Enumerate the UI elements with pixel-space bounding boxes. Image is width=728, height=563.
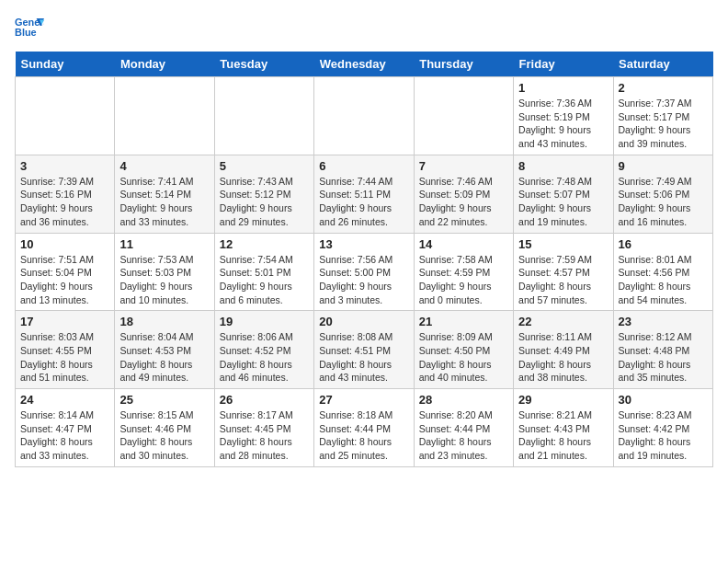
day-info: Sunrise: 7:56 AMSunset: 5:00 PMDaylight:… — [319, 253, 408, 307]
day-number: 11 — [119, 237, 209, 251]
day-cell-4: 4Sunrise: 7:41 AMSunset: 5:14 PMDaylight… — [115, 155, 214, 233]
day-info: Sunrise: 8:21 AMSunset: 4:43 PMDaylight:… — [518, 408, 608, 463]
day-cell-14: 14Sunrise: 7:58 AMSunset: 4:59 PMDayligh… — [414, 233, 513, 311]
day-info: Sunrise: 8:23 AMSunset: 4:42 PMDaylight:… — [619, 408, 708, 463]
day-cell-6: 6Sunrise: 7:44 AMSunset: 5:11 PMDaylight… — [314, 155, 414, 233]
day-number: 25 — [119, 393, 209, 407]
day-number: 23 — [619, 315, 708, 328]
day-number: 20 — [319, 315, 408, 328]
day-number: 17 — [20, 315, 109, 328]
page-header: General Blue — [15, 15, 713, 40]
day-info: Sunrise: 8:03 AMSunset: 4:55 PMDaylight:… — [20, 330, 109, 385]
calendar-week-row: 17Sunrise: 8:03 AMSunset: 4:55 PMDayligh… — [16, 311, 713, 389]
day-number: 8 — [518, 159, 608, 173]
day-number: 6 — [319, 159, 408, 173]
day-info: Sunrise: 7:46 AMSunset: 5:09 PMDaylight:… — [419, 175, 508, 229]
day-cell-2: 2Sunrise: 7:37 AMSunset: 5:17 PMDaylight… — [613, 77, 712, 155]
day-cell-28: 28Sunrise: 8:20 AMSunset: 4:44 PMDayligh… — [414, 389, 513, 467]
day-number: 13 — [319, 237, 408, 251]
empty-cell — [314, 77, 414, 155]
day-number: 24 — [20, 393, 109, 407]
day-cell-5: 5Sunrise: 7:43 AMSunset: 5:12 PMDaylight… — [214, 155, 313, 233]
day-cell-26: 26Sunrise: 8:17 AMSunset: 4:45 PMDayligh… — [214, 389, 313, 467]
calendar-week-row: 1Sunrise: 7:36 AMSunset: 5:19 PMDaylight… — [16, 77, 713, 155]
day-info: Sunrise: 7:48 AMSunset: 5:07 PMDaylight:… — [518, 175, 608, 229]
day-cell-8: 8Sunrise: 7:48 AMSunset: 5:07 PMDaylight… — [514, 155, 613, 233]
day-info: Sunrise: 8:20 AMSunset: 4:44 PMDaylight:… — [419, 408, 508, 463]
day-cell-25: 25Sunrise: 8:15 AMSunset: 4:46 PMDayligh… — [115, 389, 214, 467]
day-cell-11: 11Sunrise: 7:53 AMSunset: 5:03 PMDayligh… — [115, 233, 214, 311]
day-cell-29: 29Sunrise: 8:21 AMSunset: 4:43 PMDayligh… — [514, 389, 613, 467]
calendar-header-row: SundayMondayTuesdayWednesdayThursdayFrid… — [16, 52, 713, 77]
day-number: 21 — [419, 315, 508, 328]
day-number: 2 — [619, 81, 708, 95]
day-number: 3 — [20, 159, 109, 173]
day-info: Sunrise: 7:41 AMSunset: 5:14 PMDaylight:… — [119, 175, 209, 229]
day-cell-1: 1Sunrise: 7:36 AMSunset: 5:19 PMDaylight… — [514, 77, 613, 155]
weekday-header-wednesday: Wednesday — [314, 52, 414, 77]
day-info: Sunrise: 8:17 AMSunset: 4:45 PMDaylight:… — [220, 408, 309, 463]
day-cell-17: 17Sunrise: 8:03 AMSunset: 4:55 PMDayligh… — [16, 311, 115, 389]
day-number: 15 — [518, 237, 608, 251]
day-number: 26 — [220, 393, 309, 407]
calendar-table: SundayMondayTuesdayWednesdayThursdayFrid… — [15, 52, 713, 467]
day-info: Sunrise: 8:01 AMSunset: 4:56 PMDaylight:… — [619, 253, 708, 307]
day-number: 28 — [419, 393, 508, 407]
day-info: Sunrise: 8:08 AMSunset: 4:51 PMDaylight:… — [319, 330, 408, 385]
day-cell-22: 22Sunrise: 8:11 AMSunset: 4:49 PMDayligh… — [514, 311, 613, 389]
calendar-week-row: 10Sunrise: 7:51 AMSunset: 5:04 PMDayligh… — [16, 233, 713, 311]
day-info: Sunrise: 8:09 AMSunset: 4:50 PMDaylight:… — [419, 330, 508, 385]
day-number: 19 — [220, 315, 309, 328]
day-info: Sunrise: 7:39 AMSunset: 5:16 PMDaylight:… — [20, 175, 109, 229]
day-cell-3: 3Sunrise: 7:39 AMSunset: 5:16 PMDaylight… — [16, 155, 115, 233]
day-number: 18 — [119, 315, 209, 328]
day-cell-20: 20Sunrise: 8:08 AMSunset: 4:51 PMDayligh… — [314, 311, 414, 389]
day-info: Sunrise: 8:14 AMSunset: 4:47 PMDaylight:… — [20, 408, 109, 463]
day-number: 22 — [518, 315, 608, 328]
day-info: Sunrise: 7:58 AMSunset: 4:59 PMDaylight:… — [419, 253, 508, 307]
day-cell-12: 12Sunrise: 7:54 AMSunset: 5:01 PMDayligh… — [214, 233, 313, 311]
day-cell-13: 13Sunrise: 7:56 AMSunset: 5:00 PMDayligh… — [314, 233, 414, 311]
day-info: Sunrise: 7:43 AMSunset: 5:12 PMDaylight:… — [220, 175, 309, 229]
day-cell-15: 15Sunrise: 7:59 AMSunset: 4:57 PMDayligh… — [514, 233, 613, 311]
day-number: 14 — [419, 237, 508, 251]
day-number: 4 — [119, 159, 209, 173]
calendar-week-row: 24Sunrise: 8:14 AMSunset: 4:47 PMDayligh… — [16, 389, 713, 467]
day-number: 27 — [319, 393, 408, 407]
day-info: Sunrise: 7:59 AMSunset: 4:57 PMDaylight:… — [518, 253, 608, 307]
day-info: Sunrise: 7:44 AMSunset: 5:11 PMDaylight:… — [319, 175, 408, 229]
day-info: Sunrise: 7:36 AMSunset: 5:19 PMDaylight:… — [518, 97, 608, 151]
day-cell-16: 16Sunrise: 8:01 AMSunset: 4:56 PMDayligh… — [613, 233, 712, 311]
weekday-header-saturday: Saturday — [613, 52, 712, 77]
day-number: 9 — [619, 159, 708, 173]
day-number: 30 — [619, 393, 708, 407]
day-number: 29 — [518, 393, 608, 407]
day-number: 5 — [220, 159, 309, 173]
day-cell-23: 23Sunrise: 8:12 AMSunset: 4:48 PMDayligh… — [613, 311, 712, 389]
weekday-header-monday: Monday — [115, 52, 214, 77]
day-info: Sunrise: 7:53 AMSunset: 5:03 PMDaylight:… — [119, 253, 209, 307]
day-number: 7 — [419, 159, 508, 173]
day-cell-18: 18Sunrise: 8:04 AMSunset: 4:53 PMDayligh… — [115, 311, 214, 389]
day-cell-7: 7Sunrise: 7:46 AMSunset: 5:09 PMDaylight… — [414, 155, 513, 233]
day-cell-27: 27Sunrise: 8:18 AMSunset: 4:44 PMDayligh… — [314, 389, 414, 467]
logo: General Blue — [15, 15, 48, 40]
day-number: 16 — [619, 237, 708, 251]
day-cell-19: 19Sunrise: 8:06 AMSunset: 4:52 PMDayligh… — [214, 311, 313, 389]
day-cell-30: 30Sunrise: 8:23 AMSunset: 4:42 PMDayligh… — [613, 389, 712, 467]
svg-text:Blue: Blue — [15, 27, 37, 38]
day-number: 1 — [518, 81, 608, 95]
empty-cell — [214, 77, 313, 155]
day-info: Sunrise: 8:11 AMSunset: 4:49 PMDaylight:… — [518, 330, 608, 385]
empty-cell — [115, 77, 214, 155]
weekday-header-friday: Friday — [514, 52, 613, 77]
empty-cell — [16, 77, 115, 155]
weekday-header-tuesday: Tuesday — [214, 52, 313, 77]
day-number: 10 — [20, 237, 109, 251]
day-info: Sunrise: 8:18 AMSunset: 4:44 PMDaylight:… — [319, 408, 408, 463]
day-info: Sunrise: 7:51 AMSunset: 5:04 PMDaylight:… — [20, 253, 109, 307]
day-info: Sunrise: 8:15 AMSunset: 4:46 PMDaylight:… — [119, 408, 209, 463]
day-info: Sunrise: 8:12 AMSunset: 4:48 PMDaylight:… — [619, 330, 708, 385]
calendar-week-row: 3Sunrise: 7:39 AMSunset: 5:16 PMDaylight… — [16, 155, 713, 233]
logo-icon: General Blue — [15, 15, 44, 40]
